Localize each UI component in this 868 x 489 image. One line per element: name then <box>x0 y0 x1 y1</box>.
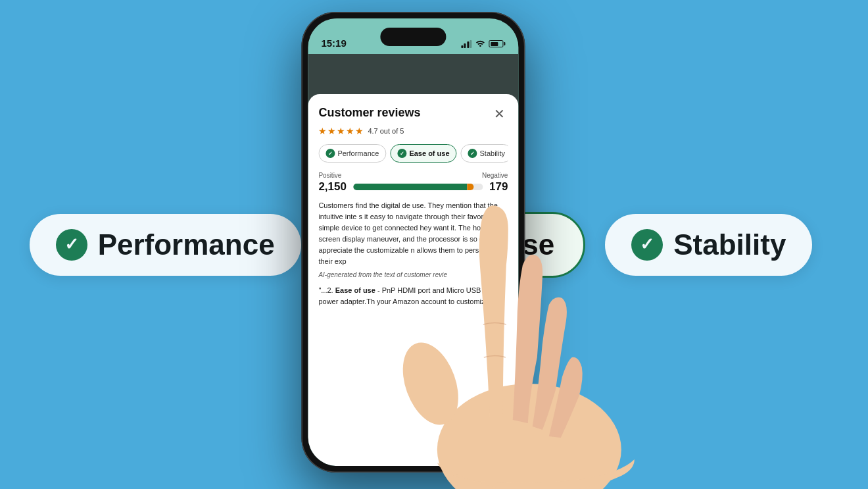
review-quote: "...2. Ease of use - PnP HDMI port and M… <box>318 285 508 307</box>
bottom-sheet[interactable]: Customer reviews ✕ ★ ★ ★ ★ ★ 4.7 out of … <box>308 94 518 466</box>
tab-performance-check-icon: ✓ <box>326 149 335 158</box>
sentiment-bar-orange <box>467 184 473 190</box>
positive-label: Positive <box>318 172 341 179</box>
negative-count: 179 <box>489 180 508 193</box>
sheet-header: Customer reviews ✕ <box>318 106 508 122</box>
quote-keyword: Ease of use <box>335 286 375 294</box>
phone-wrapper: 15:19 <box>301 12 538 486</box>
negative-label: Negative <box>482 172 508 179</box>
signal-icon <box>461 40 472 48</box>
tab-ease-of-use[interactable]: ✓ Ease of use <box>390 144 456 163</box>
sentiment-bar-green <box>353 184 467 190</box>
quote-prefix: "...2. <box>318 286 333 294</box>
tab-stability[interactable]: ✓ Stability <box>461 144 508 163</box>
star-5-half: ★ <box>355 126 364 136</box>
sentiment-section: Positive Negative 2,150 179 <box>318 172 508 193</box>
positive-count: 2,150 <box>318 180 347 193</box>
sentiment-counts-row: 2,150 179 <box>318 180 508 193</box>
phone-screen: 15:19 <box>308 18 518 466</box>
review-body: Customers find the digital de use. They … <box>318 200 508 267</box>
tab-ease-of-use-check-icon: ✓ <box>397 149 406 158</box>
tab-performance[interactable]: ✓ Performance <box>318 144 386 163</box>
star-4: ★ <box>346 126 354 136</box>
tab-stability-check-icon: ✓ <box>468 149 477 158</box>
close-button[interactable]: ✕ <box>491 106 508 122</box>
sheet-title: Customer reviews <box>318 106 420 120</box>
star-3: ★ <box>337 126 345 136</box>
rating-row: ★ ★ ★ ★ ★ 4.7 out of 5 <box>318 126 508 136</box>
status-time: 15:19 <box>321 38 346 49</box>
battery-icon <box>489 40 505 47</box>
sentiment-labels-row: Positive Negative <box>318 172 508 179</box>
wifi-icon <box>475 39 485 49</box>
phone-body: 15:19 <box>301 12 525 473</box>
star-2: ★ <box>327 126 336 136</box>
stars: ★ ★ ★ ★ ★ <box>318 126 364 136</box>
status-icons <box>461 39 506 49</box>
star-1: ★ <box>318 126 327 136</box>
filter-tabs: ✓ Performance ✓ Ease of use ✓ <box>318 144 508 163</box>
tab-stability-label: Stability <box>480 149 506 157</box>
tab-ease-of-use-label: Ease of use <box>409 149 449 157</box>
rating-text: 4.7 out of 5 <box>368 127 404 135</box>
tab-performance-label: Performance <box>337 149 379 157</box>
dynamic-island <box>380 28 446 46</box>
ai-note: AI-generated from the text of customer r… <box>318 271 508 278</box>
sentiment-bar-track <box>353 184 483 190</box>
